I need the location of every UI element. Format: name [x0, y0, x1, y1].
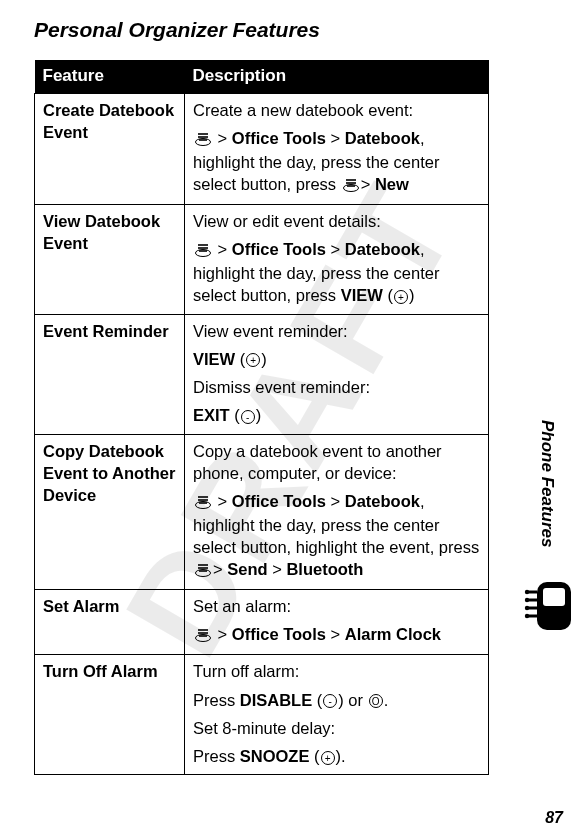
svg-point-30 [525, 589, 529, 593]
feature-description: Set an alarm: > Office Tools > Alarm Clo… [185, 590, 489, 655]
description-line: View event reminder: [193, 320, 480, 342]
menu-key-icon [343, 175, 359, 197]
softkey-icon: - [323, 694, 337, 708]
feature-name: View Datebook Event [35, 205, 185, 315]
page-content: Personal Organizer Features Feature Desc… [0, 0, 583, 775]
menu-key-icon [195, 492, 211, 514]
softkey-icon: + [321, 751, 335, 765]
table-row: Copy Datebook Event to Another DeviceCop… [35, 434, 489, 590]
feature-description: View or edit event details: > Office Too… [185, 205, 489, 315]
header-description: Description [185, 60, 489, 93]
feature-description: Create a new datebook event: > Office To… [185, 93, 489, 204]
bold-label: DISABLE [240, 691, 312, 709]
description-line: Copy a datebook event to another phone, … [193, 440, 480, 485]
features-table: Feature Description Create Datebook Even… [34, 60, 489, 775]
description-line: EXIT (-) [193, 404, 480, 426]
description-line: > Office Tools > Datebook, highlight the… [193, 238, 480, 306]
feature-description: View event reminder:VIEW (+)Dismiss even… [185, 314, 489, 434]
description-line: Turn off alarm: [193, 660, 480, 682]
side-section-label: Phone Features [537, 420, 557, 548]
feature-description: Turn off alarm:Press DISABLE (-) or O.Se… [185, 655, 489, 775]
side-panel: Phone Features [517, 420, 577, 638]
feature-name: Turn Off Alarm [35, 655, 185, 775]
bold-label: Office Tools [232, 492, 326, 510]
feature-name: Event Reminder [35, 314, 185, 434]
page-number: 87 [545, 809, 563, 827]
description-line: > Office Tools > Datebook, highlight the… [193, 127, 480, 197]
description-line: Create a new datebook event: [193, 99, 480, 121]
bold-label: New [375, 175, 409, 193]
table-row: Turn Off AlarmTurn off alarm:Press DISAB… [35, 655, 489, 775]
description-line: > Office Tools > Datebook, highlight the… [193, 490, 480, 582]
description-line: Set 8-minute delay: [193, 717, 480, 739]
menu-key-icon [195, 240, 211, 262]
bold-label: EXIT [193, 406, 230, 424]
svg-point-32 [525, 605, 529, 609]
bold-label: Datebook [345, 129, 420, 147]
bold-label: Office Tools [232, 129, 326, 147]
feature-name: Create Datebook Event [35, 93, 185, 204]
softkey-icon: + [246, 353, 260, 367]
section-title: Personal Organizer Features [34, 18, 555, 42]
bold-label: SNOOZE [240, 747, 310, 765]
bold-label: VIEW [193, 350, 235, 368]
menu-key-icon [195, 129, 211, 151]
table-row: View Datebook EventView or edit event de… [35, 205, 489, 315]
feature-name: Copy Datebook Event to Another Device [35, 434, 185, 590]
description-line: View or edit event details: [193, 210, 480, 232]
bold-label: Datebook [345, 492, 420, 510]
bold-label: Send [227, 560, 267, 578]
description-line: > Office Tools > Alarm Clock [193, 623, 480, 647]
softkey-icon: - [241, 410, 255, 424]
bold-label: Datebook [345, 240, 420, 258]
description-line: Press SNOOZE (+). [193, 745, 480, 767]
header-feature: Feature [35, 60, 185, 93]
softkey-icon: O [369, 694, 383, 708]
softkey-icon: + [394, 290, 408, 304]
description-line: Press DISABLE (-) or O. [193, 689, 480, 711]
svg-rect-25 [543, 588, 565, 606]
description-line: VIEW (+) [193, 348, 480, 370]
bold-label: VIEW [341, 286, 383, 304]
bold-label: Office Tools [232, 240, 326, 258]
table-row: Create Datebook EventCreate a new datebo… [35, 93, 489, 204]
description-line: Dismiss event reminder: [193, 376, 480, 398]
bold-label: Alarm Clock [345, 625, 441, 643]
bold-label: Office Tools [232, 625, 326, 643]
feature-description: Copy a datebook event to another phone, … [185, 434, 489, 590]
feature-name: Set Alarm [35, 590, 185, 655]
description-line: Set an alarm: [193, 595, 480, 617]
phone-icon [517, 582, 577, 638]
svg-point-33 [525, 613, 529, 617]
menu-key-icon [195, 625, 211, 647]
table-row: Event ReminderView event reminder:VIEW (… [35, 314, 489, 434]
table-row: Set AlarmSet an alarm: > Office Tools > … [35, 590, 489, 655]
menu-key-icon [195, 560, 211, 582]
svg-point-31 [525, 597, 529, 601]
bold-label: Bluetooth [286, 560, 363, 578]
